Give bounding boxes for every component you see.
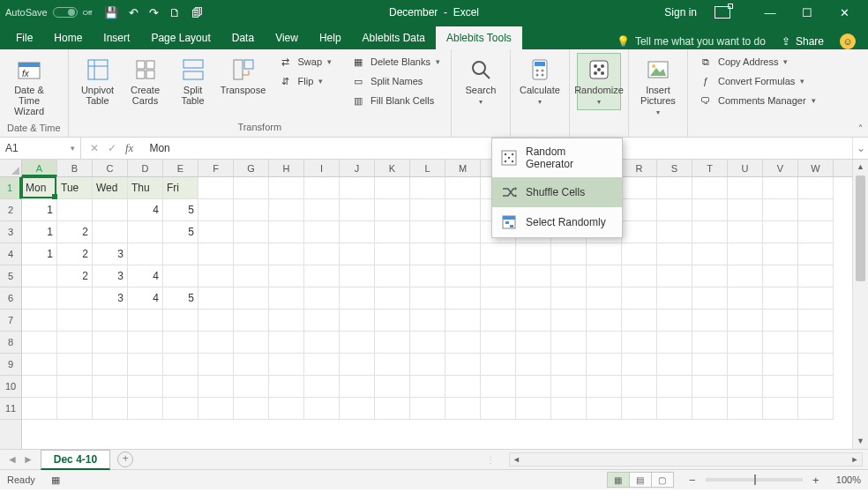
row-header-1[interactable]: 1	[0, 177, 21, 199]
cell[interactable]	[763, 398, 798, 420]
cell[interactable]	[410, 332, 445, 354]
cell[interactable]	[728, 221, 763, 243]
cell[interactable]	[798, 221, 834, 243]
cell[interactable]	[57, 199, 93, 221]
cell[interactable]	[128, 332, 163, 354]
cell[interactable]	[587, 243, 622, 265]
cell[interactable]	[198, 376, 234, 398]
cell[interactable]	[516, 332, 551, 354]
col-header-V[interactable]: V	[763, 160, 798, 176]
cell[interactable]	[375, 177, 410, 199]
cell[interactable]	[763, 332, 798, 354]
cell[interactable]	[657, 265, 692, 287]
cell[interactable]	[798, 243, 834, 265]
row-header-4[interactable]: 4	[0, 243, 21, 265]
cell[interactable]	[304, 243, 340, 265]
cell[interactable]	[198, 398, 234, 420]
vertical-scrollbar[interactable]: ▲ ▼	[852, 160, 868, 449]
cell[interactable]	[304, 199, 340, 221]
cell[interactable]	[340, 199, 375, 221]
cell[interactable]	[692, 398, 728, 420]
cell[interactable]	[93, 221, 128, 243]
cell[interactable]	[798, 310, 834, 332]
cell[interactable]	[57, 310, 93, 332]
col-header-C[interactable]: C	[93, 160, 128, 176]
cell[interactable]	[269, 376, 304, 398]
cell[interactable]	[692, 332, 728, 354]
cell[interactable]	[622, 398, 657, 420]
cell[interactable]	[128, 354, 163, 376]
cell[interactable]	[692, 199, 728, 221]
tab-help[interactable]: Help	[309, 26, 352, 49]
cell[interactable]	[340, 376, 375, 398]
cell[interactable]	[445, 310, 481, 332]
cell[interactable]	[481, 398, 516, 420]
enter-formula-icon[interactable]: ✓	[108, 142, 116, 154]
cancel-formula-icon[interactable]: ✕	[90, 142, 99, 154]
tab-ablebits-data[interactable]: Ablebits Data	[352, 26, 436, 49]
cell[interactable]	[269, 287, 304, 310]
cell[interactable]	[410, 221, 445, 243]
cell[interactable]	[445, 287, 481, 310]
cell[interactable]	[587, 376, 622, 398]
menu-shuffle-cells[interactable]: Shuffle Cells	[492, 177, 622, 207]
cell[interactable]	[93, 199, 128, 221]
cell[interactable]	[587, 310, 622, 332]
cell[interactable]	[657, 354, 692, 376]
cell[interactable]	[57, 287, 93, 310]
cell[interactable]	[798, 398, 834, 420]
split-table-button[interactable]: Split Table	[171, 53, 215, 110]
cell[interactable]	[551, 354, 587, 376]
cell[interactable]: Mon	[22, 177, 57, 199]
cell[interactable]	[57, 376, 93, 398]
tab-view[interactable]: View	[265, 26, 309, 49]
cell[interactable]	[198, 243, 234, 265]
scroll-down-icon[interactable]: ▼	[853, 434, 868, 449]
cell[interactable]	[692, 376, 728, 398]
cell[interactable]	[198, 287, 234, 310]
cell[interactable]	[234, 376, 269, 398]
calculate-button[interactable]: Calculate ▾	[518, 53, 562, 110]
row-header-10[interactable]: 10	[0, 376, 21, 398]
cell[interactable]	[22, 310, 57, 332]
cell[interactable]	[622, 199, 657, 221]
row-header-8[interactable]: 8	[0, 332, 21, 354]
tab-data[interactable]: Data	[221, 26, 265, 49]
cell[interactable]	[516, 310, 551, 332]
cell[interactable]: 5	[163, 221, 198, 243]
cell[interactable]	[763, 354, 798, 376]
cell[interactable]	[763, 177, 798, 199]
cell[interactable]	[304, 265, 340, 287]
cell[interactable]	[622, 310, 657, 332]
swap-button[interactable]: ⇄Swap	[275, 53, 336, 71]
cell[interactable]	[410, 354, 445, 376]
cell[interactable]	[728, 398, 763, 420]
zoom-slider[interactable]	[706, 478, 803, 481]
cell[interactable]	[163, 332, 198, 354]
search-button[interactable]: Search ▾	[459, 53, 503, 110]
cell[interactable]	[375, 332, 410, 354]
cell[interactable]	[375, 376, 410, 398]
add-sheet-button[interactable]: +	[117, 451, 133, 467]
autosave-toggle[interactable]: AutoSave Off	[5, 7, 92, 18]
cell[interactable]	[587, 354, 622, 376]
cell[interactable]	[445, 398, 481, 420]
col-header-H[interactable]: H	[269, 160, 304, 176]
row-header-11[interactable]: 11	[0, 398, 21, 420]
col-header-J[interactable]: J	[340, 160, 375, 176]
cell[interactable]: 1	[22, 243, 57, 265]
cell[interactable]: 2	[57, 221, 93, 243]
cell[interactable]	[728, 376, 763, 398]
cell[interactable]	[622, 177, 657, 199]
col-header-B[interactable]: B	[57, 160, 93, 176]
cell[interactable]	[410, 265, 445, 287]
cell[interactable]	[516, 376, 551, 398]
vscroll-thumb[interactable]	[856, 175, 865, 281]
sheet-nav-next-icon[interactable]: ►	[23, 453, 34, 466]
cell[interactable]: 1	[22, 199, 57, 221]
cell[interactable]	[587, 287, 622, 310]
cell[interactable]	[22, 287, 57, 310]
cell[interactable]	[622, 332, 657, 354]
cell[interactable]	[587, 398, 622, 420]
cell[interactable]	[269, 398, 304, 420]
